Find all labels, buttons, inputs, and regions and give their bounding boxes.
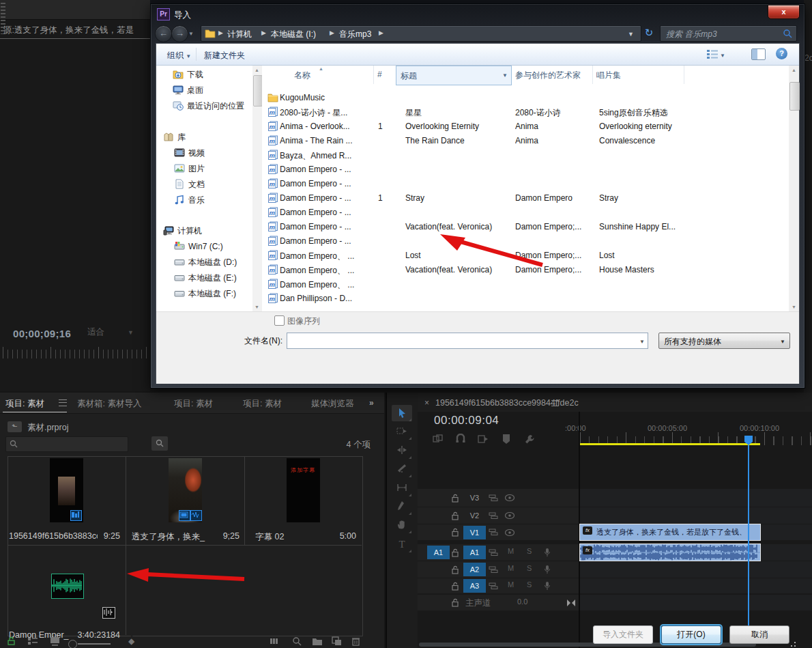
sidebar-item-music[interactable]: 音乐 (174, 195, 205, 207)
clip-thumbnail-title[interactable]: 添加字幕 (287, 458, 320, 522)
pen-tool[interactable] (392, 498, 412, 515)
panel-menu-icon[interactable] (59, 399, 67, 406)
column-header-num[interactable]: # (373, 66, 396, 84)
solo-button[interactable]: S (527, 547, 532, 555)
track-badge[interactable]: V1 (463, 526, 486, 539)
scroll-down-icon[interactable]: ▼ (255, 305, 259, 309)
new-item-icon[interactable] (332, 636, 342, 646)
tab-media-browser[interactable]: 媒体浏览器 (311, 398, 354, 410)
file-row[interactable]: KugouMusic (262, 91, 789, 105)
marker-icon[interactable] (502, 434, 510, 445)
scroll-up-icon[interactable]: ▲ (255, 68, 259, 72)
sidebar-item-pictures[interactable]: 图片 (174, 163, 205, 175)
file-row[interactable]: mDamon Empero - ... (262, 234, 789, 249)
scroll-up-icon[interactable]: ▲ (792, 68, 796, 72)
back-button[interactable]: ← (155, 25, 172, 42)
file-row[interactable]: mDamon Empero、 ...LostDamon Empero;...Lo… (262, 249, 789, 263)
breadcrumb-item[interactable]: 本地磁盘 (I:) (271, 29, 316, 40)
mute-button[interactable]: M (508, 547, 514, 555)
audio-clip-waveform[interactable] (51, 574, 84, 599)
sidebar-item-download-folder[interactable]: 下载 (173, 69, 203, 81)
file-row[interactable]: mAnima - Overlook...1Overlooking Eternit… (262, 119, 789, 134)
track-header-master[interactable]: 主声道0.0 (418, 595, 579, 610)
timeline-audio-clip[interactable]: fx (580, 544, 760, 561)
filename-input[interactable]: ▼ (287, 333, 648, 349)
file-row[interactable]: mDamon Empero - ... (262, 163, 789, 177)
selection-tool[interactable] (392, 405, 412, 421)
track-header-A1[interactable]: A1A1MS (418, 544, 579, 561)
tab-project[interactable]: 项目: 素材 (5, 398, 44, 410)
track-A3[interactable] (580, 578, 812, 593)
source-monitor-tab[interactable]: 源:透支了身体，换来了金钱，若是 (3, 25, 149, 36)
file-row[interactable]: mDamon Empero - ...1StrayDamon EmperoStr… (262, 191, 789, 206)
breadcrumb-item[interactable]: 音乐mp3 (339, 29, 371, 40)
views-dropdown[interactable]: ▼ (720, 53, 725, 59)
forward-button[interactable]: → (171, 25, 188, 42)
nav-history-chevron[interactable]: ▼ (188, 31, 194, 37)
solo-button[interactable]: S (527, 580, 532, 589)
close-icon[interactable]: × (424, 398, 429, 408)
mute-button[interactable]: M (508, 564, 514, 572)
find-edit-icon[interactable] (270, 636, 281, 646)
sidebar-item-system-drive[interactable]: Win7 (C:) (174, 241, 223, 253)
track-header-V1[interactable]: V1 (418, 524, 579, 540)
icon-view-icon[interactable] (50, 636, 60, 646)
track-A2[interactable] (580, 561, 812, 578)
file-row[interactable]: mDan Phillipson - D... (262, 292, 789, 306)
views-icon[interactable] (706, 49, 719, 59)
cancel-button[interactable]: 取消 (729, 625, 789, 644)
file-row[interactable]: mDamon Empero - ... (262, 177, 789, 191)
navigate-up-icon[interactable]: ⬑ (8, 421, 22, 432)
linked-selection-icon[interactable] (433, 434, 444, 445)
scroll-down-icon[interactable]: ▼ (792, 305, 796, 309)
sidebar-item-desktop[interactable]: 桌面 (173, 85, 203, 97)
sidebar-item-drive[interactable]: 本地磁盘 (D:) (174, 257, 237, 269)
file-row[interactable]: mDamon Empero、 ... (262, 277, 789, 292)
scrollbar-thumb[interactable] (253, 75, 263, 107)
close-button[interactable]: x (768, 5, 800, 19)
timeline-timecode[interactable]: 00:00:09:04 (434, 414, 499, 427)
playhead-marker[interactable] (743, 435, 754, 446)
track-badge[interactable]: A1 (463, 546, 486, 559)
file-row[interactable]: mDamon Empero、 ...Vacation(feat. Veronic… (262, 263, 789, 277)
clip-thumbnail-sequence[interactable] (50, 458, 83, 522)
snap-icon[interactable] (455, 434, 466, 445)
source-zoom-select[interactable]: 适合▼ (87, 326, 135, 341)
sidebar-item-computer[interactable]: 计算机 (163, 225, 202, 238)
breadcrumb-item[interactable]: 计算机 (227, 29, 252, 40)
sidebar-scrollbar[interactable]: ▲ ▼ (252, 66, 262, 311)
sidebar-item-drive[interactable]: 本地磁盘 (E:) (174, 272, 237, 285)
column-header-name[interactable]: 名称▲ (262, 66, 374, 84)
help-icon[interactable]: ? (776, 48, 787, 59)
settings-wrench-icon[interactable] (524, 434, 535, 445)
playhead-line[interactable] (748, 445, 749, 640)
scrollbar-thumb[interactable] (789, 82, 800, 111)
track-header-A2[interactable]: A2MS (418, 561, 579, 578)
source-track-badge[interactable]: A1 (427, 546, 450, 559)
solo-button[interactable]: S (527, 564, 532, 572)
track-select-tool[interactable] (392, 423, 412, 440)
panel-menu-icon[interactable] (551, 400, 559, 406)
breadcrumb[interactable]: ▶ 计算机 ▶ 本地磁盘 (I:) ▶ 音乐mp3 ▶ ▼ (201, 25, 641, 42)
tab-overflow-chevron[interactable]: » (369, 398, 374, 408)
resize-grip[interactable] (788, 641, 796, 648)
sidebar-item-libraries[interactable]: 库 (163, 132, 186, 144)
new-bin-icon[interactable] (312, 636, 323, 646)
zoom-slider-handle[interactable] (68, 640, 77, 648)
column-header-artist[interactable]: 参与创作的艺术家 (511, 66, 593, 84)
file-row[interactable]: mBayza、Ahmed R... (262, 148, 789, 163)
zoom-slider-track[interactable] (78, 643, 111, 645)
clip-name[interactable]: 透支了身体，换来_ (132, 531, 217, 543)
sidebar-item-recent-places[interactable]: 最近访问的位置 (173, 100, 244, 113)
sidebar-item-drive[interactable]: 本地磁盘 (F:) (174, 288, 236, 300)
track-header-V3[interactable]: V3 (418, 489, 579, 507)
trash-icon[interactable] (351, 636, 360, 646)
track-badge[interactable]: A3 (463, 579, 486, 593)
file-row[interactable]: mDamon Empero - ...Vacation(feat. Veroni… (262, 220, 789, 234)
search-icon[interactable] (292, 636, 302, 646)
breadcrumb-dropdown[interactable]: ▼ (628, 31, 634, 38)
image-sequence-checkbox[interactable] (274, 315, 285, 326)
hand-tool[interactable] (392, 517, 412, 533)
import-folder-button[interactable]: 导入文件夹 (593, 625, 653, 644)
track-badge[interactable]: A2 (463, 563, 486, 576)
